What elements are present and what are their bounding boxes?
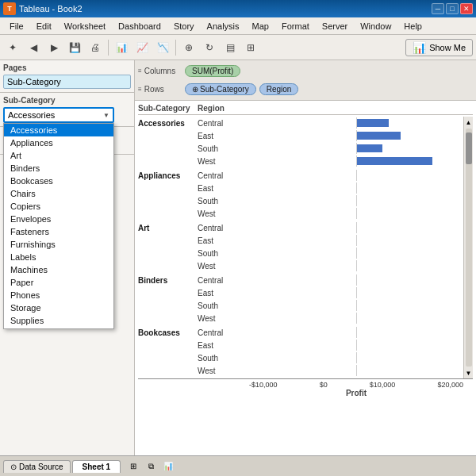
menu-server[interactable]: Server	[316, 20, 354, 33]
toolbar-print[interactable]: 🖨	[86, 38, 105, 57]
toolbar-chart1[interactable]: 📊	[112, 38, 131, 57]
x-axis: -$10,000 $0 $10,000 $20,000 Profit	[138, 378, 473, 402]
toolbar-forward[interactable]: ▶	[44, 38, 63, 57]
dropdown-item-bookcases[interactable]: Bookcases	[4, 175, 113, 187]
toolbar-chart2[interactable]: 📈	[132, 38, 152, 57]
subcategory-dropdown-menu: Accessories Appliances Art Binders Bookc…	[3, 123, 114, 329]
add-dashboard-button[interactable]: 📊	[160, 459, 176, 474]
row-accessories-west: West	[138, 155, 463, 167]
close-button[interactable]: ✕	[460, 3, 473, 14]
region-central-5: Central	[198, 328, 249, 337]
row-bookcases-south: South	[138, 351, 463, 364]
x-label-2: $0	[320, 381, 328, 389]
columns-pill-profit[interactable]: SUM(Profit)	[185, 65, 240, 77]
scroll-track[interactable]	[466, 129, 472, 367]
region-south-5: South	[198, 354, 249, 363]
dropdown-item-appliances[interactable]: Appliances	[4, 136, 113, 149]
dropdown-item-chairs[interactable]: Chairs	[4, 187, 113, 200]
right-scrollbar[interactable]: ▲ ▼	[463, 117, 473, 378]
dropdown-item-supplies[interactable]: Supplies	[4, 314, 113, 327]
rows-pill-region[interactable]: Region	[259, 83, 299, 95]
table-header: Sub-Category Region	[138, 104, 473, 115]
scroll-up-arrow[interactable]: ▲	[464, 117, 474, 128]
menu-help[interactable]: Help	[397, 20, 428, 33]
toolbar-save[interactable]: 💾	[65, 38, 84, 57]
bar-acc-south	[357, 144, 382, 152]
columns-shelf-label: ≡ Columns	[138, 67, 182, 75]
subcategory-dropdown-trigger[interactable]: Accessories ▼	[3, 107, 114, 123]
toolbar-split[interactable]: ⊞	[241, 38, 260, 57]
chart-table-area: Sub-Category Region Accessories Central	[135, 101, 476, 455]
menu-edit[interactable]: Edit	[30, 20, 58, 33]
maximize-button[interactable]: □	[446, 3, 459, 14]
pages-value[interactable]: Sub-Category	[3, 75, 131, 89]
toolbar-back[interactable]: ◀	[24, 38, 43, 57]
minimize-button[interactable]: ─	[432, 3, 444, 14]
region-west-3: West	[198, 262, 249, 271]
content-area: ≡ Columns SUM(Profit) ≡ Rows ⊕ Sub-Categ…	[135, 60, 476, 455]
rows-icon: ≡	[138, 86, 142, 93]
dropdown-item-phones[interactable]: Phones	[4, 289, 113, 301]
menu-map[interactable]: Map	[246, 20, 275, 33]
menu-analysis[interactable]: Analysis	[201, 20, 246, 33]
bar-acc-east	[357, 132, 401, 140]
rows-pill-subcategory[interactable]: ⊕ Sub-Category	[185, 83, 256, 95]
cat-name-bookcases: Bookcases	[138, 328, 198, 337]
dropdown-item-accessories[interactable]: Accessories	[4, 124, 113, 136]
dropdown-item-binders[interactable]: Binders	[4, 162, 113, 175]
dropdown-item-tables[interactable]: Tables	[4, 327, 113, 329]
region-east-3: East	[198, 236, 249, 245]
dropdown-item-paper[interactable]: Paper	[4, 276, 113, 289]
dropdown-item-furnishings[interactable]: Furnishings	[4, 238, 113, 251]
toolbar-group[interactable]: ▤	[221, 38, 240, 57]
show-me-button[interactable]: 📊 Show Me	[405, 39, 473, 56]
dropdown-item-labels[interactable]: Labels	[4, 251, 113, 263]
toolbar-refresh[interactable]: ↻	[200, 38, 219, 57]
row-bookcases-west: West	[138, 364, 463, 377]
row-bookcases-central: Bookcases Central	[138, 326, 463, 339]
bar-acc-central	[357, 119, 389, 127]
scroll-thumb[interactable]	[466, 132, 472, 164]
menu-dashboard[interactable]: Dashboard	[112, 20, 167, 33]
cat-name-accessories-s	[138, 148, 198, 149]
dropdown-item-envelopes[interactable]: Envelopes	[4, 213, 113, 225]
rows-label-text: Rows	[144, 85, 164, 94]
row-binders-west: West	[138, 312, 463, 324]
dropdown-item-fasteners[interactable]: Fasteners	[4, 225, 113, 238]
region-east-2: East	[198, 184, 249, 193]
cat-name-binders-e	[138, 293, 198, 294]
sheet1-label: Sheet 1	[83, 463, 111, 471]
dropdown-item-copiers[interactable]: Copiers	[4, 200, 113, 213]
row-art-east: East	[138, 234, 463, 247]
dropdown-selected-value: Accessories	[8, 110, 55, 120]
menu-file[interactable]: File	[3, 20, 30, 33]
toolbar-filter[interactable]: ⊕	[179, 38, 198, 57]
bar-area-app-west	[249, 208, 463, 219]
dropdown-item-storage[interactable]: Storage	[4, 301, 113, 314]
row-binders-east: East	[138, 286, 463, 299]
bar-area-book-central	[249, 327, 463, 338]
menu-bar: File Edit Worksheet Dashboard Story Anal…	[0, 17, 476, 35]
shelves-area: ≡ Columns SUM(Profit) ≡ Rows ⊕ Sub-Categ…	[135, 60, 476, 101]
toolbar-new[interactable]: ✦	[3, 38, 22, 57]
toolbar-chart3[interactable]: 📉	[153, 38, 172, 57]
bottom-tabs: ⊙ Data Source Sheet 1 ⊞ ⧉ 📊	[0, 455, 476, 476]
bar-area-book-east	[249, 340, 463, 351]
x-axis-title: Profit	[249, 389, 463, 397]
data-source-tab[interactable]: ⊙ Data Source	[3, 460, 71, 473]
new-sheet-button[interactable]: ⊞	[125, 459, 141, 474]
menu-worksheet[interactable]: Worksheet	[58, 20, 112, 33]
app-icon: T	[3, 2, 16, 15]
menu-format[interactable]: Format	[275, 20, 316, 33]
dropdown-wrapper: Accessories ▼ Accessories Appliances Art…	[3, 107, 131, 123]
dropdown-item-art[interactable]: Art	[4, 149, 113, 162]
menu-story[interactable]: Story	[167, 20, 201, 33]
x-label-1: -$10,000	[249, 381, 278, 389]
dropdown-item-machines[interactable]: Machines	[4, 263, 113, 276]
header-subcategory: Sub-Category	[138, 104, 198, 113]
bar-area-book-south	[249, 352, 463, 363]
sheet1-tab[interactable]: Sheet 1	[72, 460, 121, 473]
scroll-down-arrow[interactable]: ▼	[464, 367, 474, 378]
menu-window[interactable]: Window	[354, 20, 397, 33]
duplicate-sheet-button[interactable]: ⧉	[143, 459, 159, 474]
